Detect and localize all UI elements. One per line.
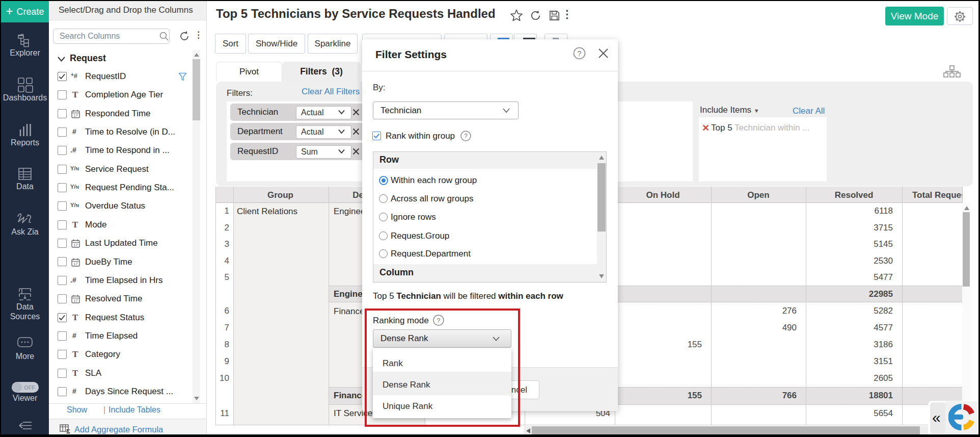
- svg-text:17: 17: [73, 262, 77, 266]
- svg-text:17: 17: [73, 243, 77, 247]
- svg-text:Σ: Σ: [66, 428, 70, 434]
- svg-text:?: ?: [578, 49, 582, 58]
- svg-text:17: 17: [73, 113, 77, 118]
- svg-text:?: ?: [464, 133, 468, 140]
- svg-text:17: 17: [73, 298, 77, 303]
